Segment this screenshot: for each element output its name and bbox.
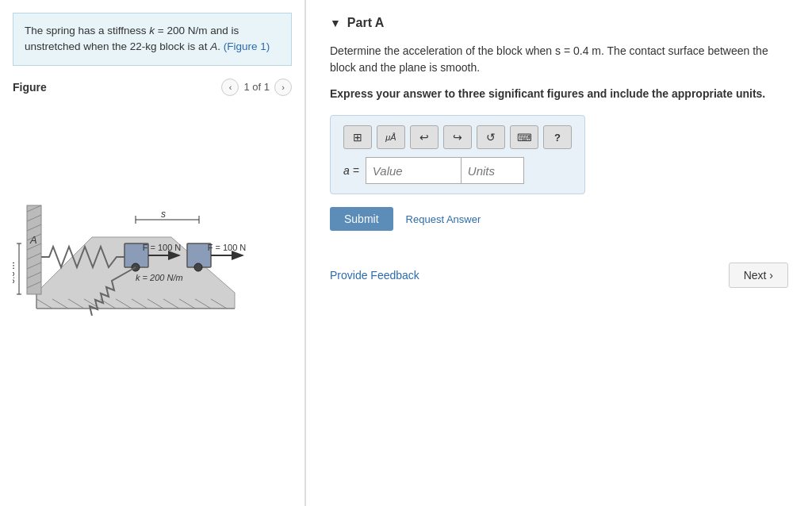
figure-nav: ‹ 1 of 1 › xyxy=(221,79,292,96)
part-header: ▼ Part A xyxy=(330,16,788,30)
svg-point-35 xyxy=(194,263,202,271)
collapse-arrow[interactable]: ▼ xyxy=(330,17,341,29)
submit-button[interactable]: Submit xyxy=(330,207,393,231)
request-answer-link[interactable]: Request Answer xyxy=(406,213,481,225)
redo-button[interactable]: ↪ xyxy=(443,125,472,149)
matrix-button[interactable]: ⊞ xyxy=(343,125,372,149)
answer-units-input[interactable] xyxy=(461,157,524,184)
units-icon: μÅ xyxy=(385,132,396,142)
figure-next-button[interactable]: › xyxy=(274,79,292,96)
question-text: Determine the acceleration of the block … xyxy=(330,43,788,76)
figure-nav-label: 1 of 1 xyxy=(243,81,270,93)
provide-feedback-link[interactable]: Provide Feedback xyxy=(330,269,419,282)
answer-row: a = xyxy=(343,157,572,184)
answer-box: ⊞ μÅ ↩ ↪ ↺ ⌨ ? a = xyxy=(330,115,585,194)
undo-icon: ↩ xyxy=(419,131,429,144)
svg-text:s: s xyxy=(161,209,166,220)
answer-label: a = xyxy=(343,164,359,177)
problem-statement: The spring has a stiffness k = 200 N/m a… xyxy=(13,13,292,66)
undo-button[interactable]: ↩ xyxy=(410,125,439,149)
units-button[interactable]: μÅ xyxy=(377,125,405,149)
left-panel: The spring has a stiffness k = 200 N/m a… xyxy=(0,0,305,506)
part-title: Part A xyxy=(347,16,385,30)
refresh-icon: ↺ xyxy=(486,131,496,144)
svg-text:A: A xyxy=(29,234,37,246)
matrix-icon: ⊞ xyxy=(353,131,362,144)
svg-rect-15 xyxy=(27,205,41,294)
help-button[interactable]: ? xyxy=(543,125,572,149)
figure-header: Figure ‹ 1 of 1 › xyxy=(13,79,292,96)
redo-icon: ↪ xyxy=(453,131,462,144)
buttons-row: Submit Request Answer xyxy=(330,207,788,231)
figure-section: Figure ‹ 1 of 1 › xyxy=(0,79,304,507)
right-panel: ▼ Part A Determine the acceleration of t… xyxy=(306,0,812,506)
help-icon: ? xyxy=(554,132,561,144)
refresh-button[interactable]: ↺ xyxy=(477,125,505,149)
svg-text:k = 200 N/m: k = 200 N/m xyxy=(136,273,183,282)
bottom-row: Provide Feedback Next › xyxy=(330,263,788,288)
express-text: Express your answer to three significant… xyxy=(330,86,788,102)
answer-value-input[interactable] xyxy=(366,157,461,184)
problem-text-1: The spring has a stiffness k = 200 N/m a… xyxy=(25,25,239,52)
svg-text:0.3 m: 0.3 m xyxy=(13,262,16,284)
answer-toolbar: ⊞ μÅ ↩ ↪ ↺ ⌨ ? xyxy=(343,125,572,149)
figure-prev-button[interactable]: ‹ xyxy=(221,79,239,96)
figure-image: s F = 100 N F = 100 N A xyxy=(13,102,292,324)
diagram-svg: s F = 100 N F = 100 N A xyxy=(13,102,282,324)
svg-text:F = 100 N: F = 100 N xyxy=(143,243,182,252)
figure-link[interactable]: (Figure 1) xyxy=(224,40,270,52)
keyboard-icon: ⌨ xyxy=(517,132,532,144)
figure-title: Figure xyxy=(13,81,47,94)
next-button[interactable]: Next › xyxy=(729,263,788,288)
keyboard-button[interactable]: ⌨ xyxy=(510,125,538,149)
svg-text:F = 100 N: F = 100 N xyxy=(208,243,247,252)
